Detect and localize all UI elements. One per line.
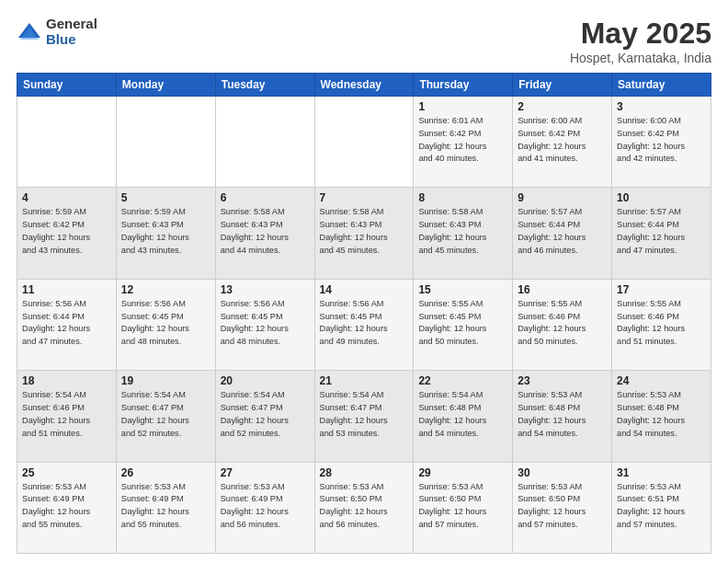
day-info: Sunrise: 5:53 AM Sunset: 6:49 PM Dayligh…: [221, 481, 310, 532]
calendar-cell: 11Sunrise: 5:56 AM Sunset: 6:44 PM Dayli…: [17, 279, 117, 370]
day-info: Sunrise: 5:58 AM Sunset: 6:43 PM Dayligh…: [418, 206, 507, 257]
day-info: Sunrise: 5:53 AM Sunset: 6:49 PM Dayligh…: [22, 481, 111, 532]
day-number: 23: [518, 374, 607, 387]
day-header-wednesday: Wednesday: [314, 74, 414, 97]
day-info: Sunrise: 5:55 AM Sunset: 6:45 PM Dayligh…: [418, 298, 507, 349]
day-number: 5: [121, 191, 210, 204]
day-info: Sunrise: 6:00 AM Sunset: 6:42 PM Dayligh…: [518, 115, 607, 166]
day-info: Sunrise: 5:53 AM Sunset: 6:50 PM Dayligh…: [518, 481, 607, 532]
calendar-cell: 27Sunrise: 5:53 AM Sunset: 6:49 PM Dayli…: [215, 462, 314, 553]
calendar-cell: [314, 97, 414, 188]
calendar-cell: [17, 97, 117, 188]
logo: General Blue: [17, 17, 97, 47]
calendar-cell: 1Sunrise: 6:01 AM Sunset: 6:42 PM Daylig…: [414, 97, 513, 188]
day-number: 26: [121, 466, 210, 479]
calendar-cell: 7Sunrise: 5:58 AM Sunset: 6:43 PM Daylig…: [314, 188, 414, 279]
calendar-table: SundayMondayTuesdayWednesdayThursdayFrid…: [17, 73, 711, 554]
calendar-cell: [116, 97, 215, 188]
day-info: Sunrise: 5:53 AM Sunset: 6:48 PM Dayligh…: [617, 389, 706, 440]
day-info: Sunrise: 5:59 AM Sunset: 6:43 PM Dayligh…: [121, 206, 210, 257]
calendar-cell: 5Sunrise: 5:59 AM Sunset: 6:43 PM Daylig…: [116, 188, 215, 279]
day-info: Sunrise: 5:58 AM Sunset: 6:43 PM Dayligh…: [221, 206, 310, 257]
day-number: 11: [22, 283, 111, 296]
day-info: Sunrise: 5:53 AM Sunset: 6:49 PM Dayligh…: [121, 481, 210, 532]
day-info: Sunrise: 5:53 AM Sunset: 6:51 PM Dayligh…: [617, 481, 706, 532]
day-number: 10: [617, 191, 706, 204]
day-number: 12: [121, 283, 210, 296]
calendar-cell: 18Sunrise: 5:54 AM Sunset: 6:46 PM Dayli…: [17, 371, 117, 462]
day-header-monday: Monday: [116, 74, 215, 97]
day-info: Sunrise: 5:53 AM Sunset: 6:50 PM Dayligh…: [320, 481, 409, 532]
day-number: 21: [320, 374, 409, 387]
day-info: Sunrise: 5:54 AM Sunset: 6:47 PM Dayligh…: [221, 389, 310, 440]
day-info: Sunrise: 5:59 AM Sunset: 6:42 PM Dayligh…: [22, 206, 111, 257]
calendar-cell: 4Sunrise: 5:59 AM Sunset: 6:42 PM Daylig…: [17, 188, 117, 279]
logo-general: General: [46, 17, 97, 32]
day-number: 18: [22, 374, 111, 387]
calendar-cell: 21Sunrise: 5:54 AM Sunset: 6:47 PM Dayli…: [314, 371, 414, 462]
day-info: Sunrise: 5:54 AM Sunset: 6:46 PM Dayligh…: [22, 389, 111, 440]
day-number: 1: [418, 100, 507, 113]
subtitle: Hospet, Karnataka, India: [570, 51, 711, 65]
calendar-cell: 10Sunrise: 5:57 AM Sunset: 6:44 PM Dayli…: [612, 188, 711, 279]
calendar-week-1: 1Sunrise: 6:01 AM Sunset: 6:42 PM Daylig…: [17, 97, 711, 188]
calendar-cell: 15Sunrise: 5:55 AM Sunset: 6:45 PM Dayli…: [414, 279, 513, 370]
logo-text: General Blue: [46, 17, 97, 47]
day-info: Sunrise: 5:57 AM Sunset: 6:44 PM Dayligh…: [518, 206, 607, 257]
calendar-week-3: 11Sunrise: 5:56 AM Sunset: 6:44 PM Dayli…: [17, 279, 711, 370]
day-number: 20: [221, 374, 310, 387]
day-info: Sunrise: 5:58 AM Sunset: 6:43 PM Dayligh…: [320, 206, 409, 257]
day-number: 16: [518, 283, 607, 296]
day-number: 28: [320, 466, 409, 479]
day-header-thursday: Thursday: [414, 74, 513, 97]
day-number: 30: [518, 466, 607, 479]
calendar-week-4: 18Sunrise: 5:54 AM Sunset: 6:46 PM Dayli…: [17, 371, 711, 462]
day-header-saturday: Saturday: [612, 74, 711, 97]
calendar-cell: 26Sunrise: 5:53 AM Sunset: 6:49 PM Dayli…: [116, 462, 215, 553]
day-number: 13: [221, 283, 310, 296]
day-number: 25: [22, 466, 111, 479]
calendar-cell: 12Sunrise: 5:56 AM Sunset: 6:45 PM Dayli…: [116, 279, 215, 370]
day-number: 15: [418, 283, 507, 296]
calendar-week-2: 4Sunrise: 5:59 AM Sunset: 6:42 PM Daylig…: [17, 188, 711, 279]
day-number: 3: [617, 100, 706, 113]
page: General Blue May 2025 Hospet, Karnataka,…: [0, 0, 728, 563]
calendar-cell: [215, 97, 314, 188]
day-number: 6: [221, 191, 310, 204]
day-info: Sunrise: 5:56 AM Sunset: 6:45 PM Dayligh…: [221, 298, 310, 349]
day-number: 14: [320, 283, 409, 296]
day-info: Sunrise: 6:01 AM Sunset: 6:42 PM Dayligh…: [418, 115, 507, 166]
day-number: 31: [617, 466, 706, 479]
day-number: 4: [22, 191, 111, 204]
calendar-cell: 28Sunrise: 5:53 AM Sunset: 6:50 PM Dayli…: [314, 462, 414, 553]
calendar-cell: 2Sunrise: 6:00 AM Sunset: 6:42 PM Daylig…: [513, 97, 612, 188]
calendar-cell: 31Sunrise: 5:53 AM Sunset: 6:51 PM Dayli…: [612, 462, 711, 553]
day-number: 24: [617, 374, 706, 387]
calendar-cell: 24Sunrise: 5:53 AM Sunset: 6:48 PM Dayli…: [612, 371, 711, 462]
day-number: 22: [418, 374, 507, 387]
day-number: 29: [418, 466, 507, 479]
calendar-cell: 13Sunrise: 5:56 AM Sunset: 6:45 PM Dayli…: [215, 279, 314, 370]
logo-blue: Blue: [46, 32, 97, 48]
main-title: May 2025: [570, 17, 711, 51]
day-number: 17: [617, 283, 706, 296]
calendar-cell: 14Sunrise: 5:56 AM Sunset: 6:45 PM Dayli…: [314, 279, 414, 370]
day-info: Sunrise: 5:57 AM Sunset: 6:44 PM Dayligh…: [617, 206, 706, 257]
title-block: May 2025 Hospet, Karnataka, India: [570, 17, 711, 65]
day-number: 27: [221, 466, 310, 479]
calendar-cell: 29Sunrise: 5:53 AM Sunset: 6:50 PM Dayli…: [414, 462, 513, 553]
day-number: 9: [518, 191, 607, 204]
day-info: Sunrise: 5:54 AM Sunset: 6:47 PM Dayligh…: [320, 389, 409, 440]
logo-icon: [17, 19, 42, 45]
day-info: Sunrise: 5:53 AM Sunset: 6:48 PM Dayligh…: [518, 389, 607, 440]
calendar-cell: 19Sunrise: 5:54 AM Sunset: 6:47 PM Dayli…: [116, 371, 215, 462]
calendar-cell: 16Sunrise: 5:55 AM Sunset: 6:46 PM Dayli…: [513, 279, 612, 370]
calendar-cell: 23Sunrise: 5:53 AM Sunset: 6:48 PM Dayli…: [513, 371, 612, 462]
day-info: Sunrise: 5:56 AM Sunset: 6:45 PM Dayligh…: [121, 298, 210, 349]
day-number: 7: [320, 191, 409, 204]
calendar-cell: 8Sunrise: 5:58 AM Sunset: 6:43 PM Daylig…: [414, 188, 513, 279]
calendar-cell: 30Sunrise: 5:53 AM Sunset: 6:50 PM Dayli…: [513, 462, 612, 553]
day-info: Sunrise: 5:56 AM Sunset: 6:45 PM Dayligh…: [320, 298, 409, 349]
calendar-cell: 25Sunrise: 5:53 AM Sunset: 6:49 PM Dayli…: [17, 462, 117, 553]
calendar-cell: 3Sunrise: 6:00 AM Sunset: 6:42 PM Daylig…: [612, 97, 711, 188]
